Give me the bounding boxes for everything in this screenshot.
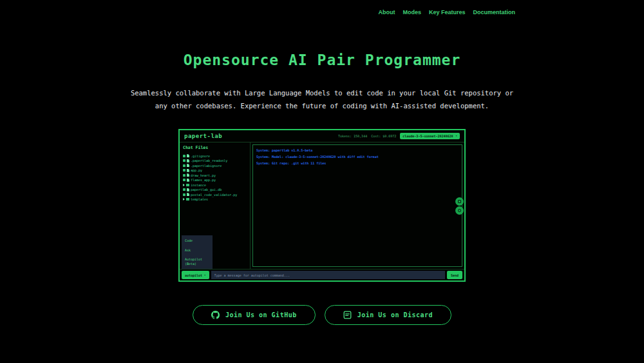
file-icon xyxy=(187,169,189,172)
square-icon xyxy=(458,200,461,203)
file-checkbox[interactable] xyxy=(183,179,185,181)
scroll-top-button[interactable] xyxy=(455,197,464,206)
discord-button-label: Join Us on Discard xyxy=(357,311,433,319)
tokens-count: Tokens: 150,344 xyxy=(338,134,367,138)
nav-link-key-features[interactable]: Key Features xyxy=(429,9,466,15)
file-name: instance xyxy=(191,183,206,187)
file-checkbox[interactable] xyxy=(183,193,185,196)
nav-link-modes[interactable]: Modes xyxy=(402,9,421,15)
file-name: app.py xyxy=(191,168,202,172)
file-tree-item[interactable]: .gitignore xyxy=(183,153,247,159)
mode-dropdown-menu: CodeAskAutopilot (Beta) xyxy=(182,235,213,269)
file-checkbox[interactable] xyxy=(183,164,185,167)
send-button[interactable]: Send xyxy=(447,271,462,279)
file-checkbox[interactable] xyxy=(183,188,185,191)
github-button[interactable]: Join Us on GitHub xyxy=(193,305,316,325)
file-name: templates xyxy=(191,197,208,201)
file-icon xyxy=(187,164,189,167)
file-icon xyxy=(187,154,189,157)
nav-link-about[interactable]: About xyxy=(378,9,395,15)
chat-icon xyxy=(343,311,352,319)
mode-menu-item-autopilot-beta-[interactable]: Autopilot (Beta) xyxy=(182,255,213,268)
file-tree: .gitignore.papertlab_readonly.papertlabi… xyxy=(183,153,247,202)
chat-message-area[interactable]: System: papertlab v1.0.5-betaSystem: Mod… xyxy=(252,144,462,267)
cost-value: Cost: $0.6972 xyxy=(371,134,396,138)
file-name: .papertlab_readonly xyxy=(191,159,227,162)
message-input[interactable] xyxy=(211,271,445,279)
file-checkbox[interactable] xyxy=(183,155,185,157)
github-icon xyxy=(211,311,220,319)
system-message: System: Git repo: .git with 11 files xyxy=(256,160,459,166)
file-tree-item[interactable]: papertlab_gui.db xyxy=(183,188,247,193)
file-checkbox[interactable] xyxy=(183,174,185,177)
app-title: papert-lab xyxy=(184,133,222,139)
file-tree-item[interactable]: .papertlabignore xyxy=(183,163,247,168)
file-name: .papertlabignore xyxy=(191,164,222,168)
file-tree-item[interactable]: app.py xyxy=(183,168,247,173)
file-tree-item[interactable]: .papertlab_readonly xyxy=(183,159,247,164)
top-navigation: AboutModesKey FeaturesDocumentation xyxy=(129,0,515,15)
file-icon xyxy=(187,193,189,196)
file-icon xyxy=(187,159,189,162)
file-tree-item[interactable]: draw_heart.py xyxy=(183,173,247,178)
app-header: papert-lab Tokens: 150,344 Cost: $0.6972… xyxy=(180,130,464,142)
nav-link-documentation[interactable]: Documentation xyxy=(473,9,515,15)
file-icon xyxy=(187,173,189,177)
chevron-down-icon: ▾ xyxy=(204,274,205,277)
circle-icon xyxy=(458,209,461,212)
chevron-right-icon xyxy=(183,184,185,186)
file-name: papertlab_gui.db xyxy=(191,188,222,191)
scroll-bottom-button[interactable] xyxy=(455,206,464,215)
discord-button[interactable]: Join Us on Discard xyxy=(325,305,451,325)
mode-menu-item-code[interactable]: Code xyxy=(182,236,213,246)
github-button-label: Join Us on GitHub xyxy=(225,311,297,319)
file-panel-title: Chat Files xyxy=(183,145,247,150)
app-screenshot-window: papert-lab Tokens: 150,344 Cost: $0.6972… xyxy=(178,129,466,282)
chevron-right-icon xyxy=(183,198,185,201)
mode-menu-item-ask[interactable]: Ask xyxy=(182,246,213,255)
model-selector-dropdown[interactable]: claude-3-5-sonnet-20240620 ▾ xyxy=(400,133,460,139)
chat-panel: System: papertlab v1.0.5-betaSystem: Mod… xyxy=(251,142,464,269)
usage-stats: Tokens: 150,344 Cost: $0.6972 xyxy=(338,134,396,138)
mode-selector-button[interactable]: autopilot ▾ xyxy=(182,271,209,279)
hero-subtitle: Seamlessly collaborate with Large Langua… xyxy=(0,86,644,112)
mode-selector-value: autopilot xyxy=(185,273,202,277)
chat-input-bar: autopilot ▾ Send xyxy=(180,269,464,280)
hero-subtitle-line2: any other codebases. Experience the futu… xyxy=(0,99,644,112)
file-icon xyxy=(187,188,189,191)
file-tree-item[interactable]: templates xyxy=(183,197,247,202)
hero-subtitle-line1: Seamlessly collaborate with Large Langua… xyxy=(0,86,644,99)
file-icon xyxy=(187,179,189,182)
system-message: System: Model: claude-3-5-sonnet-2024062… xyxy=(256,153,459,160)
file-name: flames_app.py xyxy=(191,178,216,182)
file-tree-item[interactable]: instance xyxy=(183,182,247,188)
file-tree-item[interactable]: postal_code_validator.py xyxy=(183,192,247,197)
folder-icon xyxy=(186,198,189,201)
system-message: System: papertlab v1.0.5-beta xyxy=(256,147,459,153)
model-selector-value: claude-3-5-sonnet-20240620 xyxy=(402,134,453,138)
page-title: Opensource AI Pair Programmer xyxy=(0,52,644,68)
folder-icon xyxy=(186,184,189,186)
file-tree-item[interactable]: flames_app.py xyxy=(183,178,247,183)
file-name: draw_heart.py xyxy=(191,173,216,177)
file-checkbox[interactable] xyxy=(183,159,185,162)
file-checkbox[interactable] xyxy=(183,169,185,172)
floating-action-buttons xyxy=(455,197,464,215)
file-name: postal_code_validator.py xyxy=(191,193,237,197)
chevron-down-icon: ▾ xyxy=(456,135,457,137)
file-name: .gitignore xyxy=(191,154,210,158)
